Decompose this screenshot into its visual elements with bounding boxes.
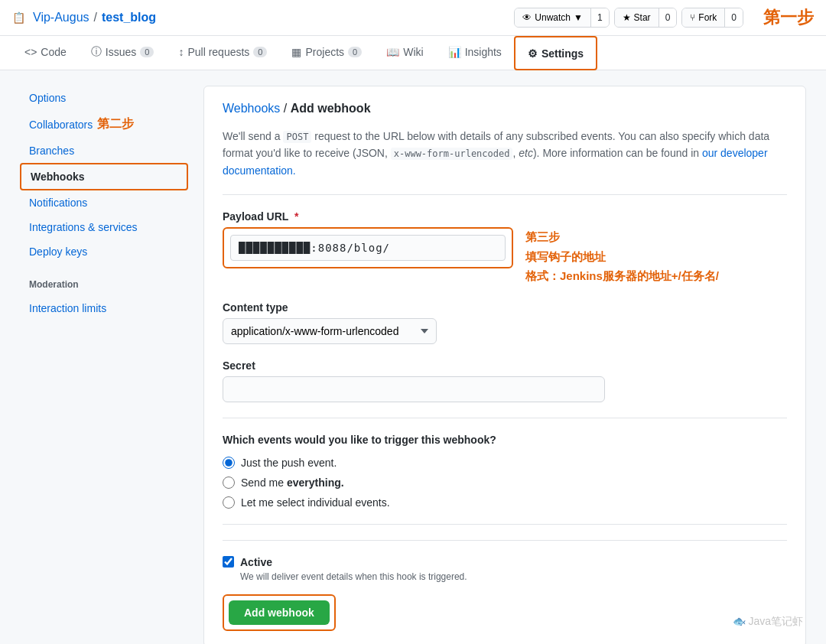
- required-mark: *: [294, 210, 298, 223]
- step2-annotation: 第二步: [97, 116, 134, 132]
- step1-annotation: 第一步: [763, 6, 814, 29]
- fork-icon: ⑂: [690, 12, 695, 23]
- radio-everything[interactable]: Send me everything.: [223, 476, 787, 489]
- section-divider: [223, 418, 787, 418]
- fork-group: ⑂ Fork 0: [681, 8, 743, 28]
- watch-button[interactable]: 👁 Unwatch ▼: [515, 8, 591, 27]
- sidebar-item-webhooks[interactable]: Webhooks: [20, 163, 188, 190]
- events-section: Which events would you like to trigger t…: [223, 434, 787, 509]
- sidebar: Options Collaborators 第二步 Branches Webho…: [20, 86, 188, 644]
- radio-select-input[interactable]: [223, 496, 235, 509]
- active-checkbox[interactable]: [223, 556, 234, 568]
- step3-annotation: 第三步 填写钩子的地址 格式：Jenkins服务器的地址+/任务名/: [525, 227, 719, 286]
- secret-label: Secret: [223, 359, 787, 372]
- active-section: Active We will deliver event details whe…: [223, 540, 787, 582]
- sidebar-item-deploykeys[interactable]: Deploy keys: [20, 239, 188, 264]
- payload-url-section: Payload URL * 第三步 填写钩子的地址 格式：Jenkins服务器的…: [223, 210, 787, 286]
- separator: /: [94, 11, 97, 24]
- breadcrumb-parent[interactable]: Webhooks: [223, 102, 280, 115]
- content-type-select[interactable]: application/x-www-form-urlencoded applic…: [223, 318, 437, 344]
- active-checkbox-group: Active: [223, 556, 787, 568]
- tab-settings[interactable]: ⚙ Settings: [514, 36, 597, 70]
- breadcrumb-separator: /: [284, 102, 291, 115]
- fork-count: 0: [725, 8, 743, 27]
- watch-group: 👁 Unwatch ▼ 1: [514, 8, 609, 28]
- radio-group: Just the push event. Send me everything.…: [223, 457, 787, 509]
- insights-icon: 📊: [448, 46, 461, 58]
- tab-projects[interactable]: ▦ Projects 0: [279, 36, 374, 70]
- org-link[interactable]: Vip-Augus: [33, 11, 89, 24]
- webhook-description: We'll send a POST request to the URL bel…: [223, 128, 787, 195]
- nav-tabs: <> Code ⓘ Issues 0 ↕ Pull requests 0 ▦ P…: [0, 36, 826, 70]
- wiki-icon: 📖: [386, 46, 399, 58]
- chevron-icon: ▼: [574, 12, 583, 23]
- star-group: ★ Star 0: [614, 8, 678, 28]
- breadcrumb: Webhooks / Add webhook: [223, 102, 787, 115]
- pr-icon: ↕: [178, 46, 184, 58]
- breadcrumb-current: Add webhook: [291, 102, 371, 115]
- secret-section: Secret: [223, 359, 787, 402]
- repo-title: 📋 Vip-Augus / test_blog: [12, 11, 156, 24]
- payload-url-input[interactable]: [230, 235, 506, 261]
- tab-insights[interactable]: 📊 Insights: [436, 36, 514, 70]
- main-content: Webhooks / Add webhook We'll send a POST…: [203, 86, 806, 644]
- sidebar-item-branches[interactable]: Branches: [20, 138, 188, 163]
- radio-push-input[interactable]: [223, 457, 235, 469]
- main-layout: Options Collaborators 第二步 Branches Webho…: [8, 70, 818, 644]
- tab-issues[interactable]: ⓘ Issues 0: [79, 36, 167, 70]
- moderation-section-title: Moderation: [20, 273, 188, 296]
- tab-pullrequests[interactable]: ↕ Pull requests 0: [166, 36, 279, 70]
- fork-button[interactable]: ⑂ Fork: [682, 8, 725, 27]
- sidebar-item-options[interactable]: Options: [20, 86, 188, 110]
- issues-icon: ⓘ: [91, 45, 102, 59]
- code-icon: <>: [24, 46, 37, 58]
- payload-url-wrapper: [223, 227, 513, 268]
- projects-icon: ▦: [291, 46, 301, 58]
- watch-count: 1: [591, 8, 609, 27]
- watermark: 🐟 Java笔记虾: [733, 615, 803, 629]
- radio-select-events[interactable]: Let me select individual events.: [223, 496, 787, 509]
- active-description: We will deliver event details when this …: [240, 571, 787, 582]
- top-actions: 👁 Unwatch ▼ 1 ★ Star 0 ⑂ Fork 0 第一步: [514, 6, 814, 29]
- content-type-label: Content type: [223, 301, 787, 314]
- radio-push-event[interactable]: Just the push event.: [223, 457, 787, 469]
- tab-code[interactable]: <> Code: [12, 36, 79, 70]
- star-icon: ★: [623, 12, 631, 23]
- sidebar-item-interaction-limits[interactable]: Interaction limits: [20, 296, 188, 320]
- secret-input[interactable]: [223, 376, 605, 402]
- repo-link[interactable]: test_blog: [102, 11, 156, 24]
- events-question: Which events would you like to trigger t…: [223, 434, 787, 446]
- submit-wrapper: Add webhook: [223, 594, 336, 631]
- radio-everything-input[interactable]: [223, 476, 235, 489]
- sidebar-item-notifications[interactable]: Notifications: [20, 190, 188, 215]
- settings-icon: ⚙: [528, 47, 538, 60]
- eye-icon: 👁: [522, 12, 532, 23]
- content-type-section: Content type application/x-www-form-urle…: [223, 301, 787, 344]
- sidebar-item-collaborators[interactable]: Collaborators 第二步: [20, 110, 188, 138]
- tab-wiki[interactable]: 📖 Wiki: [374, 36, 435, 70]
- sidebar-item-integrations[interactable]: Integrations & services: [20, 215, 188, 239]
- star-count: 0: [659, 8, 677, 27]
- repo-icon: 📋: [12, 11, 25, 24]
- payload-url-label: Payload URL *: [223, 210, 787, 223]
- star-button[interactable]: ★ Star: [615, 8, 659, 27]
- section-divider-2: [223, 524, 787, 525]
- add-webhook-button[interactable]: Add webhook: [229, 600, 330, 625]
- active-label: Active: [240, 556, 272, 568]
- top-bar: 📋 Vip-Augus / test_blog 👁 Unwatch ▼ 1 ★ …: [0, 0, 826, 36]
